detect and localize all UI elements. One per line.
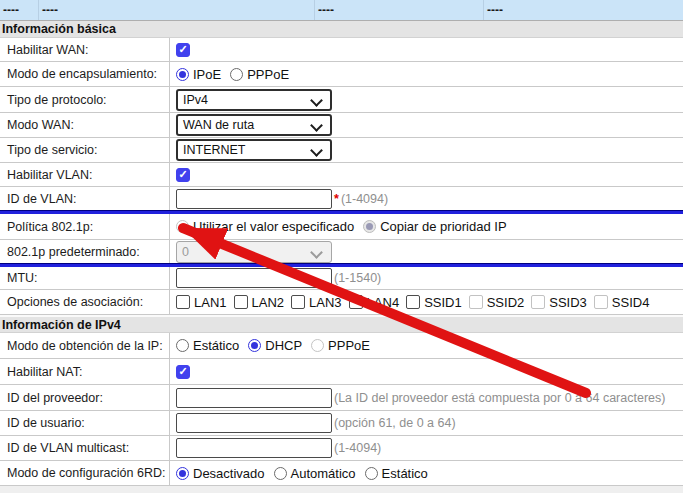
enable-vlan-checkbox[interactable] bbox=[176, 168, 190, 182]
multicast-vlan-label: ID de VLAN multicast: bbox=[0, 436, 170, 460]
wan-mode-label: Modo WAN: bbox=[0, 113, 170, 137]
enable-wan-label: Habilitar WAN: bbox=[0, 38, 170, 61]
enable-nat-checkbox[interactable] bbox=[176, 365, 190, 379]
ssid3-checkbox-label: SSID3 bbox=[549, 295, 587, 310]
use-specified-value-radio-label: Utilizar el valor especificado bbox=[193, 219, 354, 234]
pppoe-ip-radio-label: PPPoE bbox=[328, 338, 370, 353]
ssid1-checkbox-label: SSID1 bbox=[424, 295, 462, 310]
binding-options-label: Opciones de asociación: bbox=[0, 290, 170, 314]
ssid1-checkbox[interactable] bbox=[406, 295, 420, 309]
protocol-label: Tipo de protocolo: bbox=[0, 87, 170, 112]
chevron-down-icon bbox=[310, 144, 323, 157]
use-specified-value-radio bbox=[176, 220, 189, 233]
vendor-id-label: ID del proveedor: bbox=[0, 385, 170, 410]
mtu-label: MTU: bbox=[0, 267, 170, 289]
dhcp-radio[interactable] bbox=[248, 339, 261, 352]
copy-ip-priority-radio bbox=[363, 220, 376, 233]
protocol-select[interactable]: IPv4 bbox=[176, 89, 332, 111]
multicast-vlan-input[interactable] bbox=[176, 438, 332, 458]
section-title-basic-info: Información básica bbox=[0, 21, 683, 38]
lan1-checkbox[interactable] bbox=[176, 295, 190, 309]
default-8021p-label: 802.1p predeterminado: bbox=[0, 240, 170, 263]
table-header-cell: ---- bbox=[39, 0, 315, 20]
ipoe-radio-label: IPoE bbox=[193, 67, 221, 82]
enable-wan-row: Habilitar WAN: bbox=[0, 38, 683, 62]
lan2-checkbox[interactable] bbox=[234, 295, 248, 309]
connection-table-header: ---- ---- ---- ---- bbox=[0, 0, 683, 21]
6rd-automatic-radio-label: Automático bbox=[291, 466, 356, 481]
chevron-down-icon bbox=[310, 94, 323, 107]
table-header-cell: ---- bbox=[315, 0, 484, 20]
service-type-label: Tipo de servicio: bbox=[0, 138, 170, 162]
6rd-disabled-radio[interactable] bbox=[176, 467, 189, 480]
enable-wan-checkbox[interactable] bbox=[176, 43, 190, 57]
ip-mode-label: Modo de obtención de la IP: bbox=[0, 333, 170, 358]
mode-6rd-label: Modo de configuración 6RD: bbox=[0, 461, 170, 485]
wan-mode-select-value: WAN de ruta bbox=[183, 118, 254, 132]
lan4-checkbox[interactable] bbox=[349, 295, 363, 309]
encapsulation-row: Modo de encapsulamiento: IPoE PPPoE bbox=[0, 62, 683, 87]
dhcp-radio-label: DHCP bbox=[265, 338, 302, 353]
page-bottom-strip bbox=[0, 486, 683, 493]
multicast-vlan-row: ID de VLAN multicast: (1-4094) bbox=[0, 436, 683, 461]
table-header-cell: ---- bbox=[484, 0, 683, 20]
user-id-label: ID de usuario: bbox=[0, 411, 170, 435]
copy-ip-priority-radio-label: Copiar de prioridad IP bbox=[380, 219, 506, 234]
pppoe-ip-radio bbox=[311, 339, 324, 352]
ip-mode-row: Modo de obtención de la IP: Estático DHC… bbox=[0, 333, 683, 359]
6rd-static-radio[interactable] bbox=[365, 467, 378, 480]
ssid4-checkbox bbox=[594, 295, 608, 309]
binding-options-row: Opciones de asociación: LAN1 LAN2 LAN3 L… bbox=[0, 290, 683, 315]
6rd-disabled-radio-label: Desactivado bbox=[193, 466, 265, 481]
mtu-input[interactable] bbox=[176, 268, 332, 288]
lan1-checkbox-label: LAN1 bbox=[194, 295, 227, 310]
user-id-hint: (opción 61, de 0 a 64) bbox=[334, 416, 456, 430]
pppoe-radio[interactable] bbox=[230, 68, 243, 81]
wan-mode-select[interactable]: WAN de ruta bbox=[176, 114, 332, 136]
lan2-checkbox-label: LAN2 bbox=[252, 295, 285, 310]
ssid3-checkbox bbox=[531, 295, 545, 309]
chevron-down-icon bbox=[310, 246, 323, 259]
chevron-down-icon bbox=[310, 119, 323, 132]
ssid4-checkbox-label: SSID4 bbox=[612, 295, 650, 310]
table-header-cell: ---- bbox=[0, 0, 39, 20]
vendor-id-hint: (La ID del proveedor está compuesta por … bbox=[334, 391, 665, 405]
service-type-row: Tipo de servicio: INTERNET bbox=[0, 138, 683, 163]
ssid2-checkbox bbox=[469, 295, 483, 309]
static-ip-radio-label: Estático bbox=[193, 338, 239, 353]
section-title-ipv4-info: Información de IPv4 bbox=[0, 315, 683, 333]
wan-settings-page: ---- ---- ---- ---- Información básica H… bbox=[0, 0, 683, 493]
encapsulation-label: Modo de encapsulamiento: bbox=[0, 62, 170, 86]
vlan-id-label: ID de VLAN: bbox=[0, 187, 170, 210]
lan3-checkbox-label: LAN3 bbox=[309, 295, 342, 310]
ipoe-radio[interactable] bbox=[176, 68, 189, 81]
required-asterisk: * bbox=[334, 192, 339, 206]
enable-nat-label: Habilitar NAT: bbox=[0, 359, 170, 384]
user-id-input[interactable] bbox=[176, 413, 332, 433]
service-type-select[interactable]: INTERNET bbox=[176, 139, 332, 161]
ssid2-checkbox-label: SSID2 bbox=[487, 295, 525, 310]
enable-nat-row: Habilitar NAT: bbox=[0, 359, 683, 385]
vlan-id-hint: (1-4094) bbox=[341, 192, 388, 206]
lan4-checkbox-label: LAN4 bbox=[367, 295, 400, 310]
default-8021p-row: 802.1p predeterminado: 0 bbox=[0, 240, 683, 263]
mtu-hint: (1-1540) bbox=[334, 271, 381, 285]
lan3-checkbox[interactable] bbox=[291, 295, 305, 309]
policy-8021p-row: Política 802.1p: Utilizar el valor espec… bbox=[0, 214, 683, 240]
6rd-static-radio-label: Estático bbox=[382, 466, 428, 481]
static-ip-radio[interactable] bbox=[176, 339, 189, 352]
mode-6rd-row: Modo de configuración 6RD: Desactivado A… bbox=[0, 461, 683, 486]
mtu-row: MTU: (1-1540) bbox=[0, 267, 683, 290]
vendor-id-input[interactable] bbox=[176, 388, 332, 408]
pppoe-radio-label: PPPoE bbox=[247, 67, 289, 82]
wan-mode-row: Modo WAN: WAN de ruta bbox=[0, 113, 683, 138]
protocol-row: Tipo de protocolo: IPv4 bbox=[0, 87, 683, 113]
policy-8021p-label: Política 802.1p: bbox=[0, 214, 170, 239]
service-type-select-value: INTERNET bbox=[183, 143, 246, 157]
enable-vlan-row: Habilitar VLAN: bbox=[0, 163, 683, 187]
6rd-automatic-radio[interactable] bbox=[274, 467, 287, 480]
enable-vlan-label: Habilitar VLAN: bbox=[0, 163, 170, 186]
default-8021p-select: 0 bbox=[176, 241, 332, 263]
vlan-id-input[interactable] bbox=[176, 189, 332, 209]
vlan-id-row: ID de VLAN: *(1-4094) bbox=[0, 187, 683, 210]
